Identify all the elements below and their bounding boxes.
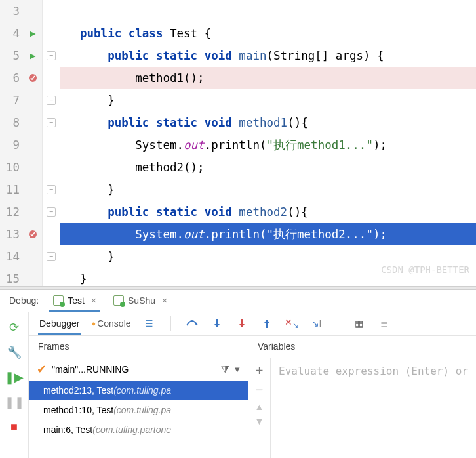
gutter-icons: ▶▶ [24, 0, 42, 286]
step-over-button[interactable] [184, 316, 200, 331]
debug-panel-title: Debug: [9, 295, 39, 306]
variables-pane: Variables + − ▲ ▼ Evaluate expression (E… [248, 336, 476, 458]
tab-label: SuShu [128, 295, 155, 306]
more-button[interactable]: ≣ [376, 316, 392, 331]
fold-toggle[interactable]: − [47, 118, 56, 127]
rerun-button[interactable]: ⟳ [6, 319, 23, 336]
fold-toggle[interactable]: − [47, 185, 56, 194]
drop-frame-button[interactable]: ✕↘ [284, 316, 300, 331]
thread-label: "main"...RUNNING [52, 364, 129, 375]
debugger-tab[interactable]: Debugger [38, 312, 81, 335]
frames-pane: Frames ✔ "main"...RUNNING ⧩ ▾ method2:13… [29, 336, 248, 458]
run-line-icon[interactable]: ▶ [30, 22, 35, 45]
debug-tab-test[interactable]: Test × [50, 289, 99, 312]
run-config-icon [113, 295, 124, 306]
settings-button[interactable]: 🔧 [6, 344, 23, 361]
run-config-icon [53, 295, 64, 306]
remove-watch-button[interactable]: − [256, 383, 264, 398]
stack-frame-row[interactable]: method2:13, Test (com.tuling.pa [29, 381, 248, 400]
move-down-button[interactable]: ▼ [255, 416, 264, 427]
thread-selector[interactable]: ✔ "main"...RUNNING ⧩ ▾ [29, 358, 248, 381]
code-line[interactable]: method2(); [60, 156, 476, 178]
debug-panel: Debug: Test × SuShu × ⟳ 🔧 ❚▶ ❚❚ ■ [0, 290, 476, 458]
code-line[interactable]: public class Test { [60, 22, 476, 45]
add-watch-button[interactable]: + [256, 364, 264, 379]
fold-toggle[interactable]: − [47, 96, 56, 105]
code-line[interactable]: public static void method2(){ [60, 201, 476, 223]
force-step-into-button[interactable] [234, 316, 250, 331]
check-icon: ✔ [37, 362, 47, 377]
evaluate-button[interactable]: ▦ [351, 316, 367, 331]
stack-frame-row[interactable]: method1:10, Test (com.tuling.pa [29, 400, 248, 420]
code-line[interactable]: method1(); [60, 67, 476, 89]
code-line[interactable]: System.out.println("执行method1..."); [60, 134, 476, 156]
code-area[interactable]: public class Test { public static void m… [60, 0, 476, 286]
frames-list[interactable]: ✔ "main"...RUNNING ⧩ ▾ method2:13, Test … [29, 358, 248, 458]
debug-tabs-bar: Debug: Test × SuShu × [0, 290, 476, 312]
close-icon[interactable]: × [91, 295, 96, 306]
run-line-icon[interactable]: ▶ [30, 45, 35, 67]
code-line[interactable]: public static void method1(){ [60, 112, 476, 134]
filter-icon[interactable]: ⧩ [221, 364, 229, 375]
variables-toolbar: + − ▲ ▼ [248, 358, 271, 458]
variables-header: Variables [248, 336, 476, 358]
run-to-cursor-button[interactable]: ↘I [309, 316, 325, 331]
debug-tab-sushu[interactable]: SuShu × [111, 289, 170, 312]
fold-toggle[interactable]: − [47, 252, 56, 261]
close-icon[interactable]: × [162, 295, 167, 306]
code-line[interactable]: } [60, 89, 476, 112]
frames-header: Frames [29, 336, 248, 358]
step-into-button[interactable] [209, 316, 225, 331]
code-line[interactable]: } [60, 178, 476, 201]
code-editor[interactable]: 3456789101112131415 ▶▶ −−−−−− public cla… [0, 0, 476, 286]
code-line[interactable]: System.out.println("执行method2..."); [60, 223, 476, 245]
fold-toggle[interactable]: − [47, 51, 56, 60]
line-number-gutter: 3456789101112131415 [0, 0, 24, 286]
code-line[interactable] [60, 0, 476, 22]
console-tab[interactable]: ● Console [90, 312, 132, 335]
breakpoint-icon[interactable] [28, 229, 38, 239]
resume-button[interactable]: ❚▶ [6, 369, 23, 386]
breakpoint-icon[interactable] [28, 73, 38, 83]
debugger-toolbar: Debugger ● Console ☰ ✕↘ ↘I ▦ ≣ [29, 312, 476, 336]
move-up-button[interactable]: ▲ [255, 402, 264, 412]
chevron-down-icon[interactable]: ▾ [235, 364, 240, 375]
debug-side-toolbar: ⟳ 🔧 ❚▶ ❚❚ ■ [0, 312, 29, 458]
pause-button[interactable]: ❚❚ [6, 394, 23, 411]
threads-icon[interactable]: ☰ [142, 316, 157, 331]
step-out-button[interactable] [259, 316, 275, 331]
evaluate-expression-input[interactable]: Evaluate expression (Enter) or [271, 358, 476, 458]
watermark: CSDN @TPH-BETTER [381, 259, 469, 281]
stack-frame-row[interactable]: main:6, Test (com.tuling.partone [29, 420, 248, 440]
fold-gutter: −−−−−− [42, 0, 60, 286]
tab-label: Test [68, 295, 85, 306]
stop-button[interactable]: ■ [6, 419, 23, 436]
fold-toggle[interactable]: − [47, 207, 56, 217]
code-line[interactable]: public static void main(String[] args) { [60, 45, 476, 67]
